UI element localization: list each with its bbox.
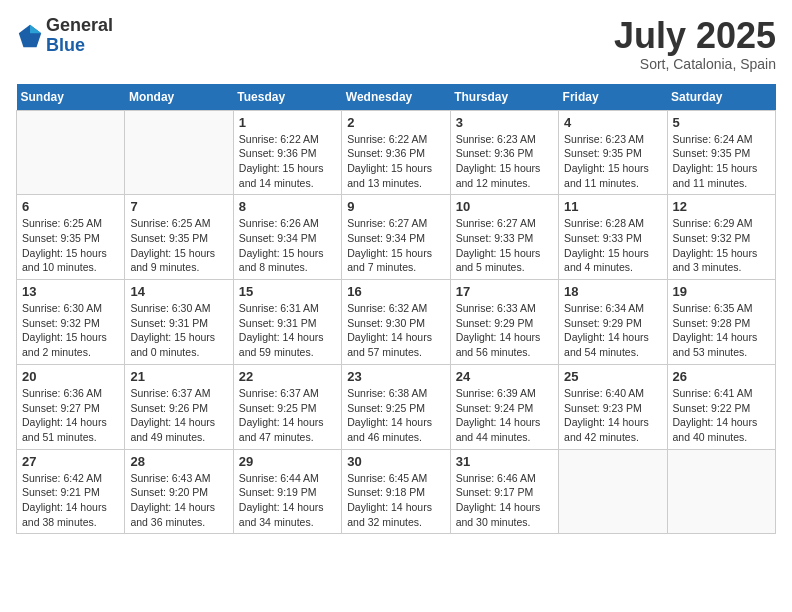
day-number: 31 bbox=[456, 454, 553, 469]
calendar-table: Sunday Monday Tuesday Wednesday Thursday… bbox=[16, 84, 776, 535]
table-row: 20Sunrise: 6:36 AM Sunset: 9:27 PM Dayli… bbox=[17, 364, 125, 449]
day-info: Sunrise: 6:28 AM Sunset: 9:33 PM Dayligh… bbox=[564, 216, 661, 275]
day-number: 29 bbox=[239, 454, 336, 469]
table-row bbox=[125, 110, 233, 195]
day-number: 2 bbox=[347, 115, 444, 130]
day-number: 26 bbox=[673, 369, 770, 384]
day-number: 4 bbox=[564, 115, 661, 130]
day-info: Sunrise: 6:35 AM Sunset: 9:28 PM Dayligh… bbox=[673, 301, 770, 360]
day-info: Sunrise: 6:37 AM Sunset: 9:26 PM Dayligh… bbox=[130, 386, 227, 445]
day-info: Sunrise: 6:37 AM Sunset: 9:25 PM Dayligh… bbox=[239, 386, 336, 445]
table-row: 30Sunrise: 6:45 AM Sunset: 9:18 PM Dayli… bbox=[342, 449, 450, 534]
calendar-row: 20Sunrise: 6:36 AM Sunset: 9:27 PM Dayli… bbox=[17, 364, 776, 449]
day-number: 5 bbox=[673, 115, 770, 130]
day-number: 13 bbox=[22, 284, 119, 299]
header-friday: Friday bbox=[559, 84, 667, 111]
table-row: 8Sunrise: 6:26 AM Sunset: 9:34 PM Daylig… bbox=[233, 195, 341, 280]
calendar-row: 6Sunrise: 6:25 AM Sunset: 9:35 PM Daylig… bbox=[17, 195, 776, 280]
table-row: 21Sunrise: 6:37 AM Sunset: 9:26 PM Dayli… bbox=[125, 364, 233, 449]
day-info: Sunrise: 6:36 AM Sunset: 9:27 PM Dayligh… bbox=[22, 386, 119, 445]
header-tuesday: Tuesday bbox=[233, 84, 341, 111]
table-row: 6Sunrise: 6:25 AM Sunset: 9:35 PM Daylig… bbox=[17, 195, 125, 280]
table-row: 10Sunrise: 6:27 AM Sunset: 9:33 PM Dayli… bbox=[450, 195, 558, 280]
day-number: 18 bbox=[564, 284, 661, 299]
table-row: 7Sunrise: 6:25 AM Sunset: 9:35 PM Daylig… bbox=[125, 195, 233, 280]
day-info: Sunrise: 6:44 AM Sunset: 9:19 PM Dayligh… bbox=[239, 471, 336, 530]
location-subtitle: Sort, Catalonia, Spain bbox=[614, 56, 776, 72]
day-number: 20 bbox=[22, 369, 119, 384]
table-row: 17Sunrise: 6:33 AM Sunset: 9:29 PM Dayli… bbox=[450, 280, 558, 365]
day-info: Sunrise: 6:43 AM Sunset: 9:20 PM Dayligh… bbox=[130, 471, 227, 530]
table-row: 13Sunrise: 6:30 AM Sunset: 9:32 PM Dayli… bbox=[17, 280, 125, 365]
table-row: 4Sunrise: 6:23 AM Sunset: 9:35 PM Daylig… bbox=[559, 110, 667, 195]
day-info: Sunrise: 6:32 AM Sunset: 9:30 PM Dayligh… bbox=[347, 301, 444, 360]
table-row: 5Sunrise: 6:24 AM Sunset: 9:35 PM Daylig… bbox=[667, 110, 775, 195]
table-row: 19Sunrise: 6:35 AM Sunset: 9:28 PM Dayli… bbox=[667, 280, 775, 365]
day-number: 10 bbox=[456, 199, 553, 214]
day-number: 8 bbox=[239, 199, 336, 214]
day-info: Sunrise: 6:27 AM Sunset: 9:33 PM Dayligh… bbox=[456, 216, 553, 275]
calendar-header: Sunday Monday Tuesday Wednesday Thursday… bbox=[17, 84, 776, 111]
table-row: 12Sunrise: 6:29 AM Sunset: 9:32 PM Dayli… bbox=[667, 195, 775, 280]
day-info: Sunrise: 6:41 AM Sunset: 9:22 PM Dayligh… bbox=[673, 386, 770, 445]
table-row: 1Sunrise: 6:22 AM Sunset: 9:36 PM Daylig… bbox=[233, 110, 341, 195]
day-info: Sunrise: 6:22 AM Sunset: 9:36 PM Dayligh… bbox=[239, 132, 336, 191]
table-row: 2Sunrise: 6:22 AM Sunset: 9:36 PM Daylig… bbox=[342, 110, 450, 195]
day-number: 24 bbox=[456, 369, 553, 384]
table-row: 15Sunrise: 6:31 AM Sunset: 9:31 PM Dayli… bbox=[233, 280, 341, 365]
table-row: 27Sunrise: 6:42 AM Sunset: 9:21 PM Dayli… bbox=[17, 449, 125, 534]
day-number: 30 bbox=[347, 454, 444, 469]
logo-blue: Blue bbox=[46, 36, 113, 56]
day-info: Sunrise: 6:23 AM Sunset: 9:35 PM Dayligh… bbox=[564, 132, 661, 191]
day-number: 9 bbox=[347, 199, 444, 214]
header-row: Sunday Monday Tuesday Wednesday Thursday… bbox=[17, 84, 776, 111]
day-number: 27 bbox=[22, 454, 119, 469]
table-row bbox=[559, 449, 667, 534]
month-title: July 2025 bbox=[614, 16, 776, 56]
day-number: 12 bbox=[673, 199, 770, 214]
calendar-body: 1Sunrise: 6:22 AM Sunset: 9:36 PM Daylig… bbox=[17, 110, 776, 534]
svg-marker-1 bbox=[30, 25, 41, 33]
logo-icon bbox=[16, 22, 44, 50]
day-info: Sunrise: 6:25 AM Sunset: 9:35 PM Dayligh… bbox=[130, 216, 227, 275]
day-info: Sunrise: 6:27 AM Sunset: 9:34 PM Dayligh… bbox=[347, 216, 444, 275]
day-info: Sunrise: 6:31 AM Sunset: 9:31 PM Dayligh… bbox=[239, 301, 336, 360]
day-number: 25 bbox=[564, 369, 661, 384]
day-info: Sunrise: 6:22 AM Sunset: 9:36 PM Dayligh… bbox=[347, 132, 444, 191]
day-number: 23 bbox=[347, 369, 444, 384]
day-number: 15 bbox=[239, 284, 336, 299]
day-info: Sunrise: 6:45 AM Sunset: 9:18 PM Dayligh… bbox=[347, 471, 444, 530]
calendar-row: 1Sunrise: 6:22 AM Sunset: 9:36 PM Daylig… bbox=[17, 110, 776, 195]
day-info: Sunrise: 6:29 AM Sunset: 9:32 PM Dayligh… bbox=[673, 216, 770, 275]
day-info: Sunrise: 6:24 AM Sunset: 9:35 PM Dayligh… bbox=[673, 132, 770, 191]
table-row: 3Sunrise: 6:23 AM Sunset: 9:36 PM Daylig… bbox=[450, 110, 558, 195]
day-info: Sunrise: 6:33 AM Sunset: 9:29 PM Dayligh… bbox=[456, 301, 553, 360]
header-sunday: Sunday bbox=[17, 84, 125, 111]
table-row: 26Sunrise: 6:41 AM Sunset: 9:22 PM Dayli… bbox=[667, 364, 775, 449]
calendar-row: 27Sunrise: 6:42 AM Sunset: 9:21 PM Dayli… bbox=[17, 449, 776, 534]
day-info: Sunrise: 6:42 AM Sunset: 9:21 PM Dayligh… bbox=[22, 471, 119, 530]
table-row: 9Sunrise: 6:27 AM Sunset: 9:34 PM Daylig… bbox=[342, 195, 450, 280]
day-number: 17 bbox=[456, 284, 553, 299]
day-number: 6 bbox=[22, 199, 119, 214]
day-info: Sunrise: 6:25 AM Sunset: 9:35 PM Dayligh… bbox=[22, 216, 119, 275]
header-monday: Monday bbox=[125, 84, 233, 111]
day-number: 7 bbox=[130, 199, 227, 214]
table-row bbox=[17, 110, 125, 195]
header-thursday: Thursday bbox=[450, 84, 558, 111]
table-row: 11Sunrise: 6:28 AM Sunset: 9:33 PM Dayli… bbox=[559, 195, 667, 280]
table-row: 29Sunrise: 6:44 AM Sunset: 9:19 PM Dayli… bbox=[233, 449, 341, 534]
calendar-row: 13Sunrise: 6:30 AM Sunset: 9:32 PM Dayli… bbox=[17, 280, 776, 365]
day-info: Sunrise: 6:26 AM Sunset: 9:34 PM Dayligh… bbox=[239, 216, 336, 275]
day-info: Sunrise: 6:39 AM Sunset: 9:24 PM Dayligh… bbox=[456, 386, 553, 445]
day-info: Sunrise: 6:30 AM Sunset: 9:32 PM Dayligh… bbox=[22, 301, 119, 360]
table-row: 31Sunrise: 6:46 AM Sunset: 9:17 PM Dayli… bbox=[450, 449, 558, 534]
header-saturday: Saturday bbox=[667, 84, 775, 111]
day-number: 14 bbox=[130, 284, 227, 299]
day-info: Sunrise: 6:30 AM Sunset: 9:31 PM Dayligh… bbox=[130, 301, 227, 360]
table-row bbox=[667, 449, 775, 534]
day-number: 19 bbox=[673, 284, 770, 299]
table-row: 25Sunrise: 6:40 AM Sunset: 9:23 PM Dayli… bbox=[559, 364, 667, 449]
header-wednesday: Wednesday bbox=[342, 84, 450, 111]
logo: General Blue bbox=[16, 16, 113, 56]
